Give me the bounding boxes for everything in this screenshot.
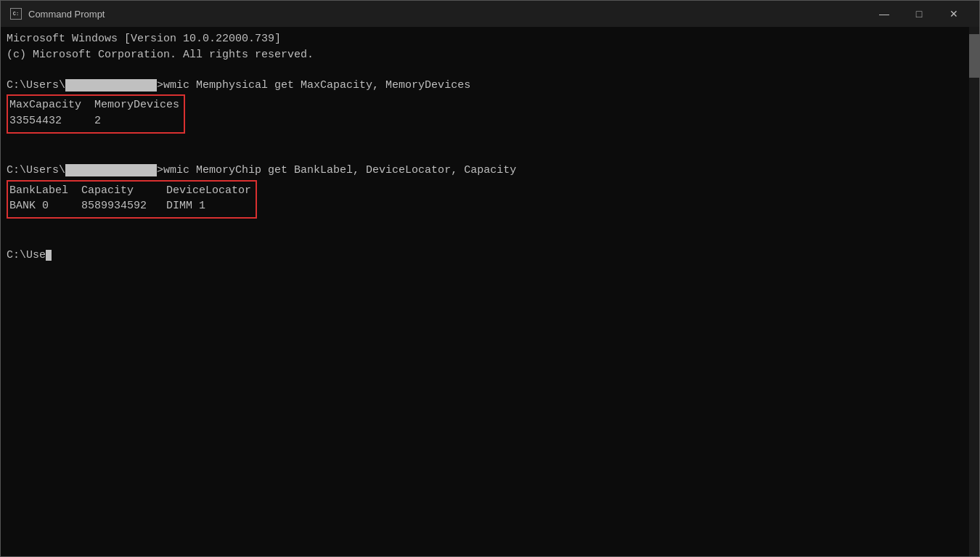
cmd1-line: C:\Users\ >wmic Memphysical get MaxCapac… — [7, 78, 973, 94]
table2-row: BANK 0 8589934592 DIMM 1 — [9, 198, 251, 214]
cmd2-line: C:\Users\ >wmic MemoryChip get BankLabel… — [7, 163, 973, 179]
cmd1-command: wmic Memphysical get MaxCapacity, Memory… — [163, 79, 470, 92]
cmd1-prompt: C:\Users\ > — [7, 79, 163, 92]
blank-5 — [7, 233, 973, 248]
cursor — [46, 250, 52, 261]
table1-header: MaxCapacity MemoryDevices — [9, 97, 179, 113]
title-bar-left: Command Prompt — [9, 7, 105, 20]
cmd-window: Command Prompt — □ ✕ Microsoft Windows [… — [0, 0, 980, 557]
terminal-content[interactable]: Microsoft Windows [Version 10.0.22000.73… — [1, 27, 979, 556]
table2-header: BankLabel Capacity DeviceLocator — [9, 183, 251, 199]
scrollbar[interactable] — [969, 27, 979, 556]
copyright-line: (c) Microsoft Corporation. All rights re… — [7, 47, 973, 63]
table2-box: BankLabel Capacity DeviceLocator BANK 0 … — [7, 180, 257, 219]
maximize-button[interactable]: □ — [902, 1, 936, 27]
cmd-icon — [10, 8, 22, 20]
title-bar: Command Prompt — □ ✕ — [1, 1, 979, 27]
table1-box: MaxCapacity MemoryDevices 33554432 2 — [7, 94, 185, 134]
blank-2 — [7, 134, 973, 148]
blank-1 — [7, 63, 973, 78]
close-button[interactable]: ✕ — [937, 1, 971, 27]
cmd3-prompt: C:\Use — [7, 249, 46, 261]
window-title: Command Prompt — [28, 9, 105, 20]
blank-3 — [7, 148, 973, 163]
cmd2-command: wmic MemoryChip get BankLabel, DeviceLoc… — [163, 164, 516, 176]
cmd2-prompt: C:\Users\ > — [7, 164, 163, 176]
table1-row: 33554432 2 — [9, 113, 179, 129]
minimize-button[interactable]: — — [867, 1, 901, 27]
cmd3-line: C:\Use — [7, 248, 973, 264]
blank-4 — [7, 219, 973, 233]
version-line: Microsoft Windows [Version 10.0.22000.73… — [7, 31, 973, 47]
window-icon — [9, 7, 23, 20]
scrollbar-thumb[interactable] — [969, 34, 979, 78]
title-bar-controls: — □ ✕ — [867, 1, 971, 27]
